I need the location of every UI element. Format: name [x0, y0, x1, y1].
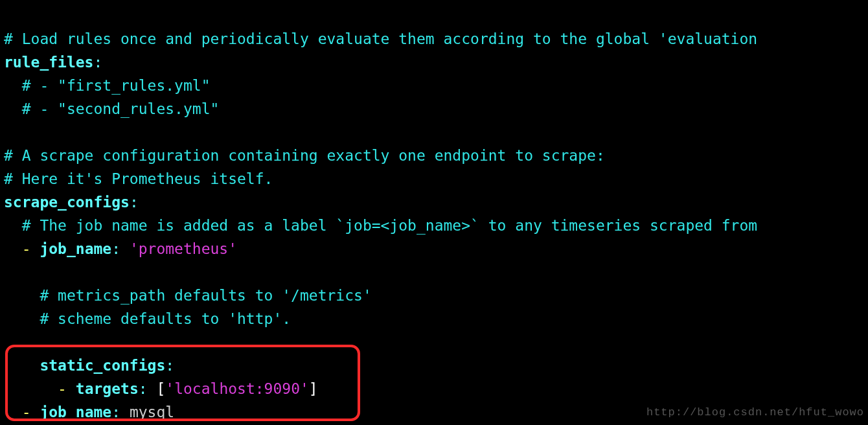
colon: : — [165, 357, 174, 374]
bracket-open: [ — [156, 380, 165, 397]
indent — [4, 380, 58, 397]
yaml-literal: mysql — [130, 404, 174, 420]
comment-line: # The job name is added as a label `job=… — [4, 217, 757, 234]
yaml-key-job-name: job_name — [40, 404, 111, 420]
yaml-key-job-name: job_name — [40, 240, 111, 257]
yaml-dash: - — [4, 404, 40, 420]
yaml-key-targets: targets — [76, 380, 139, 397]
yaml-key-rule-files: rule_files — [4, 54, 93, 71]
yaml-dash: - — [4, 240, 40, 257]
colon: : — [111, 404, 130, 420]
yaml-dash: - — [58, 380, 76, 397]
bracket-close: ] — [309, 380, 318, 397]
colon: : — [93, 54, 102, 71]
comment-line: # Here it's Prometheus itself. — [4, 170, 273, 187]
colon: : — [111, 240, 130, 257]
colon: : — [130, 194, 139, 211]
comment-line: # scheme defaults to 'http'. — [4, 310, 291, 327]
comment-line: # Load rules once and periodically evalu… — [4, 30, 757, 47]
yaml-key-scrape-configs: scrape_configs — [4, 194, 130, 211]
code-block: # Load rules once and periodically evalu… — [4, 27, 757, 424]
watermark-text: http://blog.csdn.net/hfut_wowo — [646, 406, 864, 419]
colon: : — [139, 380, 157, 397]
comment-line: # A scrape configuration containing exac… — [4, 147, 605, 164]
indent — [4, 357, 40, 374]
comment-line: # - "second_rules.yml" — [4, 100, 219, 117]
yaml-string: 'localhost:9090' — [165, 380, 309, 397]
comment-line: # metrics_path defaults to '/metrics' — [4, 287, 372, 304]
comment-line: # - "first_rules.yml" — [4, 77, 211, 94]
yaml-key-static-configs: static_configs — [40, 357, 165, 374]
yaml-string: 'prometheus' — [130, 240, 237, 257]
